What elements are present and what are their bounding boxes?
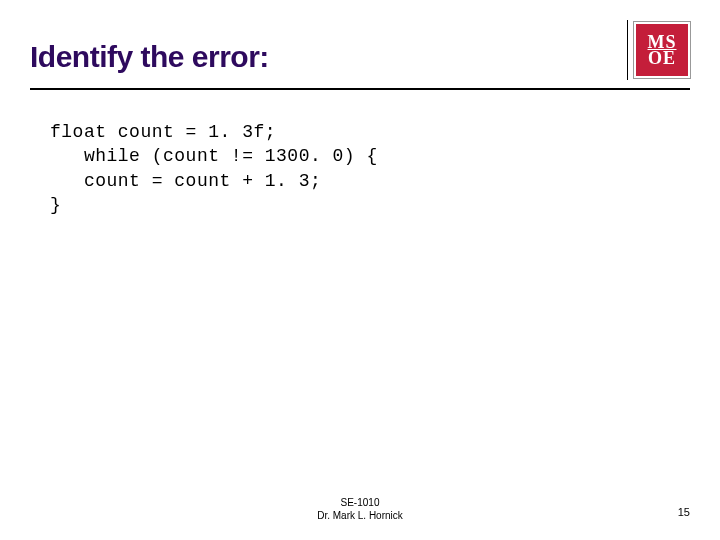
msoe-logo-icon: MS OE [634,22,690,78]
footer: SE-1010 Dr. Mark L. Hornick [0,496,720,522]
slide: Identify the error: MS OE float count = … [0,0,720,540]
footer-author: Dr. Mark L. Hornick [0,509,720,522]
logo-area: MS OE [627,20,690,80]
logo-divider [627,20,628,80]
page-number: 15 [678,506,690,518]
title-row: Identify the error: MS OE [30,40,690,80]
code-line-2: while (count != 1300. 0) { [50,146,378,166]
code-block: float count = 1. 3f; while (count != 130… [30,120,690,217]
logo-line2: OE [648,50,676,66]
code-line-3: count = count + 1. 3; [50,171,321,191]
title-underline [30,88,690,90]
footer-course: SE-1010 [0,496,720,509]
code-line-1: float count = 1. 3f; [50,122,276,142]
slide-title: Identify the error: [30,40,269,74]
code-line-4: } [50,195,61,215]
